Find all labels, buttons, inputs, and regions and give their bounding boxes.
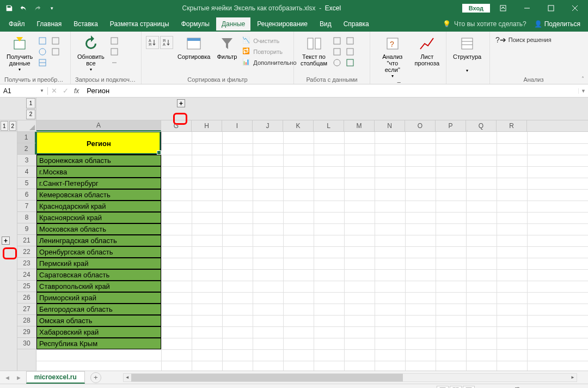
row-header[interactable]: 22: [17, 246, 36, 258]
row-header[interactable]: 1: [17, 132, 36, 143]
from-web-icon[interactable]: [37, 47, 48, 57]
row-header[interactable]: 28: [17, 315, 36, 326]
column-header[interactable]: M: [344, 120, 375, 131]
column-header[interactable]: G: [161, 120, 192, 131]
row-header[interactable]: 6: [17, 189, 36, 201]
data-cell[interactable]: Красноярский край: [36, 212, 161, 223]
cancel-icon[interactable]: ✕: [51, 87, 57, 95]
tab-home[interactable]: Главная: [32, 17, 68, 31]
data-cell[interactable]: Омская область: [36, 315, 161, 326]
data-cell[interactable]: Ленинградская область: [36, 235, 161, 246]
tab-file[interactable]: Файл: [3, 17, 30, 31]
undo-icon[interactable]: [17, 2, 29, 14]
data-cell[interactable]: Московская область: [36, 223, 161, 235]
data-cell[interactable]: Хабаровский край: [36, 326, 161, 338]
existing-conn-icon[interactable]: [50, 47, 61, 57]
column-header[interactable]: L: [314, 120, 344, 131]
close-icon[interactable]: [564, 0, 586, 16]
sort-button[interactable]: Сортировка: [175, 34, 212, 61]
properties-icon[interactable]: [109, 47, 120, 57]
sheet-nav-next-icon[interactable]: ►: [16, 374, 22, 381]
tab-view[interactable]: Вид: [314, 17, 337, 31]
expand-formula-icon[interactable]: ▼: [578, 88, 588, 94]
data-cell[interactable]: Воронежская область: [36, 155, 161, 166]
maximize-icon[interactable]: [540, 0, 562, 16]
row-header[interactable]: 23: [17, 258, 36, 269]
column-header[interactable]: O: [405, 120, 436, 131]
horizontal-scrollbar[interactable]: ◄ ►: [123, 373, 577, 382]
clear-filter-button[interactable]: 📉Очистить: [241, 36, 297, 46]
recent-sources-icon[interactable]: [50, 36, 61, 46]
sheet-tab[interactable]: microexcel.ru: [26, 371, 85, 384]
redo-icon[interactable]: [32, 2, 44, 14]
expand-rows-button[interactable]: +: [2, 237, 10, 245]
row-header[interactable]: 2: [17, 143, 36, 155]
row-header[interactable]: 29: [17, 326, 36, 338]
collapse-ribbon-icon[interactable]: ˄: [577, 32, 588, 84]
data-cell[interactable]: Пермский край: [36, 258, 161, 269]
column-header[interactable]: Q: [466, 120, 497, 131]
column-header[interactable]: R: [497, 120, 527, 131]
expand-columns-button[interactable]: +: [177, 99, 185, 107]
row-header[interactable]: 25: [17, 281, 36, 292]
col-level-2[interactable]: 2: [26, 110, 35, 120]
from-text-icon[interactable]: [37, 36, 48, 46]
row-header[interactable]: 5: [17, 178, 36, 189]
solver-button[interactable]: ?➔ Поиск решения: [494, 35, 553, 45]
from-table-icon[interactable]: [37, 58, 48, 68]
tab-formulas[interactable]: Формулы: [176, 17, 215, 31]
whatif-button[interactable]: ? Анализ "что если"▾: [375, 34, 411, 80]
row-header[interactable]: 4: [17, 166, 36, 178]
formula-input[interactable]: Регион: [82, 87, 578, 95]
row-header[interactable]: 8: [17, 212, 36, 223]
data-valid-icon[interactable]: [332, 58, 342, 68]
row-header[interactable]: 24: [17, 269, 36, 281]
reapply-button[interactable]: 🔁Повторить: [241, 47, 297, 57]
data-model-icon[interactable]: [345, 58, 356, 68]
cells-grid[interactable]: РегионВоронежская областьг.Москваг.Санкт…: [36, 132, 588, 371]
row-header[interactable]: 3: [17, 155, 36, 166]
row-level-1[interactable]: 1: [1, 121, 8, 131]
data-cell[interactable]: г.Санкт-Петербург: [36, 178, 161, 189]
name-box[interactable]: A1▼: [0, 87, 48, 95]
data-cell[interactable]: Оренбургская область: [36, 246, 161, 258]
data-cell[interactable]: Республика Крым: [36, 338, 161, 349]
minimize-icon[interactable]: [516, 0, 538, 16]
column-header[interactable]: A: [36, 120, 161, 131]
enter-icon[interactable]: ✓: [63, 87, 69, 95]
remove-dup-icon[interactable]: [332, 47, 342, 57]
sort-za-icon[interactable]: ЯА: [160, 36, 173, 49]
data-cell[interactable]: г.Москва: [36, 166, 161, 178]
advanced-filter-button[interactable]: 📊Дополнительно: [241, 58, 297, 68]
relationships-icon[interactable]: [345, 47, 356, 57]
row-header[interactable]: 9: [17, 223, 36, 235]
forecast-sheet-button[interactable]: Лист прогноза: [413, 34, 442, 68]
sheet-nav-prev-icon[interactable]: ◄: [4, 374, 10, 381]
tab-review[interactable]: Рецензирование: [252, 17, 313, 31]
col-level-1[interactable]: 1: [26, 98, 35, 108]
data-cell[interactable]: Кемеровская область: [36, 189, 161, 201]
row-level-2[interactable]: 2: [9, 121, 17, 131]
data-cell[interactable]: Саратовская область: [36, 269, 161, 281]
scroll-left-icon[interactable]: ◄: [124, 374, 131, 381]
data-cell[interactable]: Белгородская область: [36, 304, 161, 315]
scroll-thumb[interactable]: [131, 374, 403, 381]
header-cell[interactable]: Регион: [36, 132, 161, 155]
column-header[interactable]: P: [436, 120, 466, 131]
scroll-right-icon[interactable]: ►: [569, 374, 577, 381]
chevron-down-icon[interactable]: ▼: [40, 88, 44, 93]
save-icon[interactable]: [3, 2, 15, 14]
ribbon-options-icon[interactable]: [492, 0, 514, 16]
page-break-icon[interactable]: [463, 386, 475, 389]
row-header[interactable]: 21: [17, 235, 36, 246]
share-button[interactable]: 👤 Поделиться: [530, 18, 585, 30]
column-header[interactable]: I: [222, 120, 253, 131]
sort-az-icon[interactable]: АЯ: [146, 36, 159, 49]
tab-insert[interactable]: Вставка: [68, 17, 103, 31]
select-all-button[interactable]: [17, 120, 36, 131]
normal-view-icon[interactable]: [437, 386, 449, 389]
queries-icon[interactable]: [109, 36, 120, 46]
login-button[interactable]: Вход: [462, 4, 490, 13]
row-header[interactable]: 27: [17, 304, 36, 315]
tab-layout[interactable]: Разметка страницы: [105, 17, 175, 31]
